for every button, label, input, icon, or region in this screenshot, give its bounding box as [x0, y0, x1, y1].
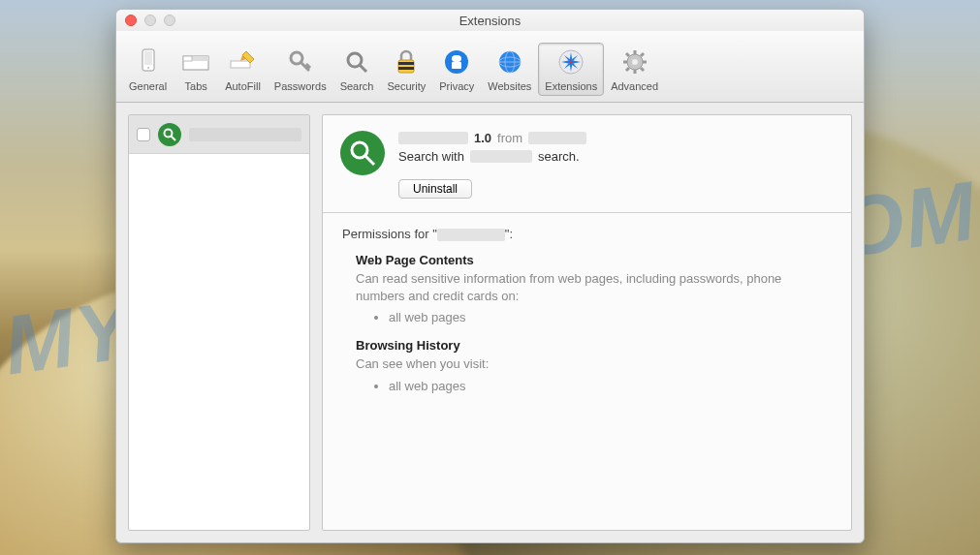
svg-line-35: [365, 156, 374, 165]
svg-point-34: [352, 142, 367, 158]
tab-label: Extensions: [545, 80, 597, 92]
tab-label: Passwords: [274, 80, 327, 92]
permission-bullet: all web pages: [389, 379, 832, 393]
extension-enable-checkbox[interactable]: [137, 128, 150, 141]
extension-search-name-redacted: [470, 150, 532, 163]
tab-tabs[interactable]: Tabs: [174, 43, 218, 96]
tab-privacy[interactable]: Privacy: [432, 43, 481, 96]
svg-point-32: [165, 129, 173, 137]
tab-search[interactable]: Search: [333, 43, 381, 96]
tab-label: Websites: [488, 80, 531, 92]
svg-point-21: [570, 60, 573, 63]
tabs-icon: [181, 47, 210, 77]
content-area: 1.0 from Search with search. Uninstall P…: [116, 103, 864, 542]
key-icon: [286, 47, 315, 77]
extension-title-line: 1.0 from: [398, 131, 834, 145]
tab-advanced[interactable]: Advanced: [604, 43, 665, 96]
lock-icon: [392, 47, 421, 77]
extension-detail-panel: 1.0 from Search with search. Uninstall P…: [322, 114, 852, 531]
permission-block: Browsing History Can see when you visit:…: [356, 338, 832, 393]
autofill-icon: [228, 47, 257, 77]
tab-label: Advanced: [611, 80, 658, 92]
svg-rect-12: [398, 67, 414, 70]
privacy-icon: [442, 47, 471, 77]
svg-rect-14: [452, 55, 461, 62]
svg-line-30: [641, 53, 644, 56]
permissions-section: Permissions for "": Web Page Contents Ca…: [323, 213, 851, 416]
extension-version: 1.0: [474, 131, 491, 145]
svg-rect-5: [183, 56, 192, 61]
tab-general[interactable]: General: [122, 43, 174, 96]
svg-line-33: [172, 136, 176, 140]
svg-point-8: [348, 53, 362, 67]
extension-description: Search with search.: [398, 149, 834, 164]
tab-label: General: [129, 80, 167, 92]
svg-point-23: [632, 59, 638, 65]
permission-description: Can see when you visit:: [356, 355, 832, 373]
extension-large-icon: [340, 131, 385, 175]
permissions-for-label: Permissions for "":: [342, 227, 832, 241]
titlebar: Extensions: [116, 10, 864, 31]
uninstall-button[interactable]: Uninstall: [398, 179, 472, 199]
from-label: from: [497, 131, 522, 145]
svg-line-28: [626, 53, 629, 56]
extension-author-redacted: [528, 132, 586, 144]
tab-label: Search: [340, 80, 374, 92]
detail-header: 1.0 from Search with search. Uninstall: [323, 115, 851, 212]
svg-line-9: [360, 65, 366, 72]
tab-label: Privacy: [439, 80, 474, 92]
extension-name-redacted: [398, 132, 468, 144]
general-icon: [134, 47, 163, 77]
tab-websites[interactable]: Websites: [481, 43, 538, 96]
extension-name-redacted: [189, 128, 301, 141]
svg-point-2: [147, 67, 149, 69]
extension-icon: [158, 123, 181, 146]
search-icon: [342, 47, 371, 77]
svg-rect-6: [231, 61, 250, 68]
globe-icon: [495, 47, 524, 77]
tab-security[interactable]: Security: [380, 43, 432, 96]
tab-label: Security: [387, 80, 426, 92]
preferences-window: Extensions General Tabs AutoFill Passwor…: [115, 9, 865, 543]
permission-heading: Browsing History: [356, 338, 832, 353]
svg-line-31: [626, 68, 629, 71]
tab-label: AutoFill: [225, 80, 261, 92]
permission-block: Web Page Contents Can read sensitive inf…: [356, 253, 832, 324]
permission-heading: Web Page Contents: [356, 253, 832, 267]
permission-bullet: all web pages: [389, 310, 832, 324]
gear-icon: [620, 47, 649, 77]
tab-extensions[interactable]: Extensions: [538, 43, 604, 96]
svg-rect-15: [452, 62, 461, 69]
svg-rect-1: [144, 51, 152, 65]
extensions-icon: [556, 47, 585, 77]
svg-rect-11: [398, 62, 414, 65]
extensions-list: [128, 114, 310, 531]
tab-passwords[interactable]: Passwords: [268, 43, 333, 96]
permission-description: Can read sensitive information from web …: [356, 270, 832, 304]
svg-line-29: [641, 68, 644, 71]
svg-rect-10: [398, 60, 414, 73]
extension-list-item[interactable]: [129, 115, 309, 154]
window-title: Extensions: [116, 14, 864, 28]
preferences-toolbar: General Tabs AutoFill Passwords Search: [116, 31, 864, 103]
tab-label: Tabs: [185, 80, 207, 92]
tab-autofill[interactable]: AutoFill: [218, 43, 268, 96]
extension-name-redacted: [437, 229, 505, 241]
